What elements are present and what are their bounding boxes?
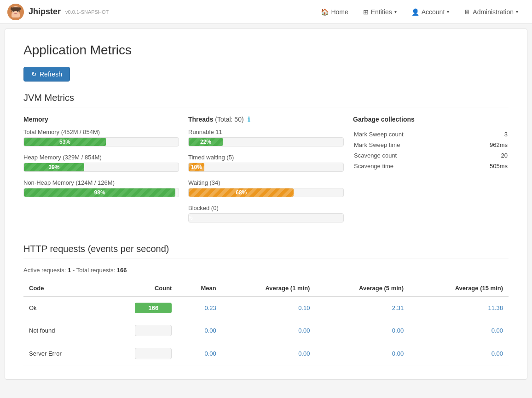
total-memory-label: Total Memory (452M / 854M) [23, 129, 179, 135]
waiting-label: Waiting (34) [188, 179, 344, 186]
column-header: Average (15 min) [409, 280, 509, 297]
runnable-label: Runnable 11 [188, 129, 344, 135]
gc-row-label: Mark Sweep time [354, 140, 466, 150]
nonheap-memory-bar: 98% [24, 188, 175, 197]
threads-heading: Threads (Total: 50) ℹ [188, 116, 344, 123]
brand-link[interactable]: Jhipster v0.0.1-SNAPSHOT [7, 4, 109, 20]
account-label: Account [422, 8, 445, 16]
svg-rect-7 [19, 7, 21, 10]
admin-icon: 🖥 [464, 8, 470, 16]
row-code: Server Error [23, 342, 97, 365]
gc-row-label: Scavenge count [354, 151, 466, 160]
waiting-item: Waiting (34) 68% [188, 179, 344, 197]
home-nav[interactable]: 🏠 Home [314, 5, 354, 19]
row-mean: 0.23 [177, 297, 221, 319]
row-code: Not found [23, 319, 97, 342]
table-row: Server Error 0.00 0.00 0.00 0.00 [23, 342, 509, 365]
row-avg15: 0.00 [409, 342, 509, 365]
row-mean: 0.00 [177, 342, 221, 365]
row-avg1: 0.00 [222, 342, 316, 365]
timed-waiting-bar-container: 10% [188, 163, 344, 172]
entities-nav[interactable]: ⊞ Entities ▾ [357, 5, 403, 19]
count-badge-empty [135, 348, 172, 359]
grid-icon: ⊞ [363, 8, 369, 16]
total-memory-bar: 53% [24, 138, 106, 146]
row-avg5: 2.31 [315, 297, 409, 319]
threads-section: Threads (Total: 50) ℹ Runnable 11 22% Ti… [188, 116, 344, 230]
row-avg5: 0.00 [315, 342, 409, 365]
requests-table-header: CodeCountMeanAverage (1 min)Average (5 m… [23, 280, 509, 297]
svg-rect-3 [12, 7, 20, 11]
account-caret: ▾ [447, 9, 449, 14]
gc-row-value: 505ms [467, 161, 508, 171]
gc-row-value: 3 [467, 129, 508, 139]
nonheap-memory-label: Non-Heap Memory (124M / 126M) [23, 179, 179, 186]
jvm-grid: Memory Total Memory (452M / 854M) 53% He… [23, 116, 509, 230]
column-header: Count [97, 280, 177, 297]
account-nav[interactable]: 👤 Account ▾ [405, 5, 456, 19]
home-label: Home [331, 8, 348, 16]
count-badge-empty [135, 325, 172, 336]
row-avg15: 0.00 [409, 319, 509, 342]
memory-heading: Memory [23, 116, 179, 123]
heap-memory-item: Heap Memory (329M / 854M) 39% [23, 154, 179, 172]
entities-caret: ▾ [394, 9, 397, 14]
column-header: Average (1 min) [222, 280, 316, 297]
jvm-section-title: JVM Metrics [23, 93, 509, 107]
svg-rect-6 [11, 7, 12, 10]
row-code: Ok [23, 297, 97, 319]
heap-memory-label: Heap Memory (329M / 854M) [23, 154, 179, 161]
gc-row: Mark Sweep count 3 [354, 129, 508, 139]
waiting-bar: 68% [189, 188, 294, 197]
requests-table: CodeCountMeanAverage (1 min)Average (5 m… [23, 280, 509, 365]
total-memory-bar-container: 53% [23, 137, 179, 146]
navbar-right: 🏠 Home ⊞ Entities ▾ 👤 Account ▾ 🖥 Admini… [314, 5, 525, 19]
administration-nav[interactable]: 🖥 Administration ▾ [457, 5, 525, 19]
gc-row: Mark Sweep time 962ms [354, 140, 508, 150]
heap-memory-bar-container: 39% [23, 163, 179, 172]
blocked-bar-container: 0% [188, 213, 344, 222]
app-name: Jhipster [29, 7, 61, 17]
timed-waiting-label: Timed waiting (5) [188, 154, 344, 161]
runnable-threads-item: Runnable 11 22% [188, 129, 344, 146]
requests-table-body: Ok 166 0.23 0.10 2.31 11.38 Not found 0.… [23, 297, 509, 365]
gc-row-label: Mark Sweep count [354, 129, 466, 139]
total-memory-item: Total Memory (452M / 854M) 53% [23, 129, 179, 146]
row-avg1: 0.00 [222, 319, 316, 342]
gc-row-label: Scavenge time [354, 161, 466, 171]
avatar [7, 4, 24, 20]
column-header: Mean [177, 280, 221, 297]
refresh-label: Refresh [40, 70, 62, 78]
user-icon: 👤 [411, 8, 419, 16]
row-mean: 0.00 [177, 319, 221, 342]
main-content: Application Metrics ↻ Refresh JVM Metric… [5, 29, 527, 380]
nonheap-memory-bar-container: 98% [23, 188, 179, 197]
http-subtitle: Active requests: 1 - Total requests: 166 [23, 267, 509, 274]
heap-memory-bar: 39% [24, 163, 84, 171]
timed-waiting-item: Timed waiting (5) 10% [188, 154, 344, 172]
gc-section: Garbage collections Mark Sweep count 3 M… [353, 116, 509, 230]
http-section: HTTP requests (events per second) Active… [23, 244, 509, 365]
runnable-bar-container: 22% [188, 137, 344, 146]
threads-info-icon[interactable]: ℹ [248, 116, 250, 123]
row-count: 166 [97, 297, 177, 319]
refresh-button[interactable]: ↻ Refresh [23, 67, 70, 82]
page-title: Application Metrics [23, 43, 509, 58]
memory-section: Memory Total Memory (452M / 854M) 53% He… [23, 116, 179, 230]
table-row: Not found 0.00 0.00 0.00 0.00 [23, 319, 509, 342]
table-row: Ok 166 0.23 0.10 2.31 11.38 [23, 297, 509, 319]
waiting-bar-container: 68% [188, 188, 344, 197]
gc-heading: Garbage collections [353, 116, 509, 123]
app-version: v0.0.1-SNAPSHOT [65, 9, 109, 15]
navbar: Jhipster v0.0.1-SNAPSHOT 🏠 Home ⊞ Entiti… [0, 0, 532, 24]
column-header: Average (5 min) [315, 280, 409, 297]
row-avg15: 11.38 [409, 297, 509, 319]
row-avg1: 0.10 [222, 297, 316, 319]
gc-table: Mark Sweep count 3 Mark Sweep time 962ms… [353, 129, 509, 172]
row-count [97, 319, 177, 342]
refresh-icon: ↻ [31, 70, 37, 78]
gc-row: Scavenge time 505ms [354, 161, 508, 171]
blocked-label: Blocked (0) [188, 205, 344, 211]
runnable-bar: 22% [189, 138, 223, 146]
column-header: Code [23, 280, 97, 297]
